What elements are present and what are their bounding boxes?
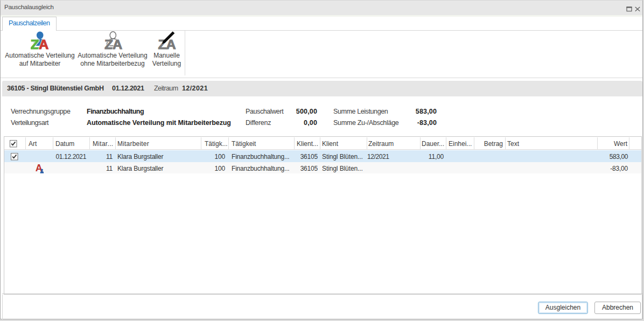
svg-text:A: A [113, 38, 122, 50]
svg-text:Z: Z [104, 38, 113, 50]
svg-text:Z: Z [31, 38, 39, 50]
svg-text:A: A [39, 38, 48, 50]
